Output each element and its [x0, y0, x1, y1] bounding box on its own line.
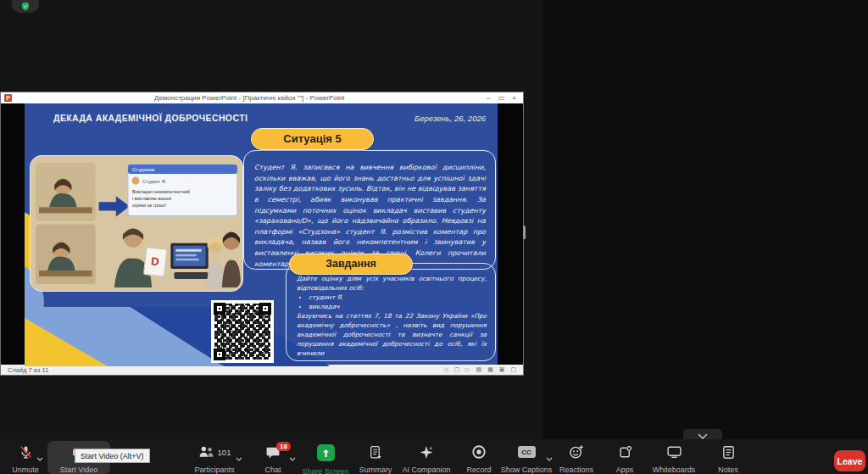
start-video-tooltip: Start Video (Alt+V): [75, 449, 150, 463]
record-button[interactable]: Record: [459, 439, 499, 474]
task-intro: Дайте оцінку діям усіх учасників освітнь…: [297, 275, 487, 293]
chat-app-title: Студзона: [132, 167, 155, 172]
slide-illustration: Студзона Студент Я. Викладач некомпетент…: [32, 158, 241, 289]
reactions-button[interactable]: Reactions: [553, 439, 600, 474]
task-bullet: студент Я.: [309, 293, 487, 303]
reactions-icon: [569, 444, 584, 460]
participants-icon: [198, 445, 214, 459]
slideshow-next-icon[interactable]: ▷: [465, 366, 470, 373]
illustration-card: Студзона Студент Я. Викладач некомпетент…: [30, 155, 243, 292]
powerpoint-icon: P: [4, 94, 12, 102]
notes-button[interactable]: Notes: [709, 439, 748, 474]
ai-companion-icon: [419, 445, 434, 460]
window-minimize-button[interactable]: –: [487, 94, 490, 102]
zoom-meeting-screen: P Демонстрация PowerPoint - [Практичні к…: [0, 0, 868, 474]
svg-text:Викладач некомпетентний: Викладач некомпетентний: [132, 189, 190, 194]
grade-letter: D: [150, 254, 159, 268]
panel-resize-handle[interactable]: [523, 226, 526, 239]
meeting-info-button[interactable]: [12, 0, 39, 13]
apps-icon: [618, 445, 632, 460]
svg-text:і виставляє високі: і виставляє високі: [132, 196, 171, 201]
ppt-titlebar: P Демонстрация PowerPoint - [Практичні к…: [1, 92, 523, 103]
audio-options-chevron[interactable]: [36, 449, 43, 465]
participants-panel: Nataliia Karvatska Ганна Красиль... Ганн…: [542, 0, 868, 474]
slideshow-stage: ДЕКАДА АКАДЕМІЧНОЇ ДОБРОЧЕСНОСТІ Березен…: [1, 103, 523, 366]
view-slideshow-icon[interactable]: ▢: [510, 366, 516, 373]
task-body: Базуючись на статтях 7, 18 та 22 Закону …: [297, 312, 487, 359]
chat-username: Студент Я.: [142, 179, 167, 184]
slide-date: Березень, 26, 2026: [415, 114, 486, 123]
participants-button[interactable]: 101 Participants: [188, 439, 241, 474]
captions-icon: CC: [518, 446, 536, 458]
participants-chevron[interactable]: [236, 449, 242, 465]
chat-chevron[interactable]: [289, 449, 296, 465]
ai-companion-button[interactable]: AI Companion: [397, 439, 456, 474]
mic-muted-icon: [19, 445, 33, 460]
task-badge: Завдання: [289, 254, 413, 275]
slideshow-prev-icon[interactable]: ◁: [443, 366, 448, 373]
chat-avatar: [131, 177, 139, 185]
task-card: Дайте оцінку діям усіх учасників освітнь…: [286, 263, 496, 361]
slide: ДЕКАДА АКАДЕМІЧНОЇ ДОБРОЧЕСНОСТІ Березен…: [25, 103, 498, 366]
situation-badge: Ситуація 5: [251, 128, 374, 150]
ppt-window-title: Демонстрация PowerPoint - [Практичні кей…: [12, 94, 487, 102]
window-restore-button[interactable]: ▭: [498, 94, 505, 102]
summary-icon: [369, 445, 382, 460]
share-screen-button[interactable]: Share Screen: [298, 439, 353, 474]
whiteboards-icon: [666, 445, 682, 459]
captions-chevron[interactable]: [546, 449, 553, 465]
share-screen-icon: [317, 444, 335, 461]
leave-button[interactable]: Leave: [834, 450, 865, 471]
ppt-statusbar: Слайд 7 из 11 ◁ ▢ ▷ ▤ ▦ ▣ ▢: [1, 365, 523, 375]
ppt-window: P Демонстрация PowerPoint - [Практичні к…: [0, 92, 524, 376]
record-icon: [471, 444, 487, 460]
notes-icon: [722, 445, 735, 460]
view-sorter-icon[interactable]: ▦: [487, 366, 493, 373]
window-close-button[interactable]: ×: [512, 94, 516, 102]
view-normal-icon[interactable]: ▤: [476, 366, 482, 373]
summary-button[interactable]: Summary: [352, 439, 399, 474]
chat-button[interactable]: Chat 18: [254, 439, 292, 474]
participants-count: 101: [218, 448, 231, 457]
whiteboards-button[interactable]: Whiteboards: [646, 439, 702, 474]
qr-code: [211, 300, 274, 363]
task-bullet: викладач: [309, 303, 487, 312]
slideshow-pen-icon[interactable]: ▢: [453, 366, 459, 373]
view-reading-icon[interactable]: ▣: [499, 366, 505, 373]
chevron-down-icon: [698, 433, 708, 439]
slide-title: ДЕКАДА АКАДЕМІЧНОЇ ДОБРОЧЕСНОСТІ: [53, 113, 248, 123]
apps-button[interactable]: Apps: [605, 439, 644, 474]
security-shield-icon: [21, 2, 30, 11]
situation-card: Студент Я. записався на вивчення вибірко…: [243, 150, 496, 270]
slide-counter: Слайд 7 из 11: [8, 366, 48, 374]
svg-text:оцінки за гроші!: оцінки за гроші!: [132, 203, 167, 208]
